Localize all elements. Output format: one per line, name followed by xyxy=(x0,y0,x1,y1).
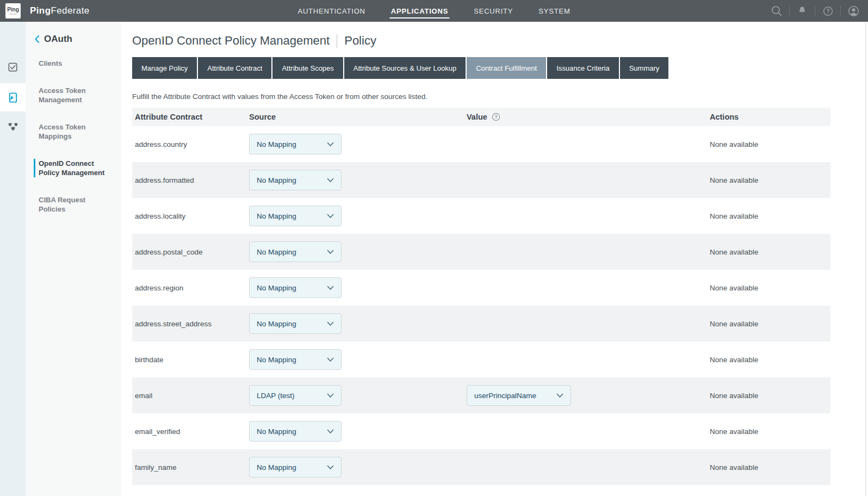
sidebar-back-oauth[interactable]: OAuth xyxy=(34,34,121,45)
tab-attribute-scopes[interactable]: Attribute Scopes xyxy=(272,57,343,79)
top-header-bar: Ping Identity PingFederate AUTHENTICATIO… xyxy=(0,0,868,22)
chevron-down-icon xyxy=(327,393,334,398)
top-icons: ? xyxy=(768,0,861,22)
source-cell: No Mapping xyxy=(249,349,467,370)
source-dropdown-label: No Mapping xyxy=(257,463,296,472)
actions-text: None available xyxy=(710,320,830,328)
source-dropdown-label: No Mapping xyxy=(257,356,296,364)
col-header-actions: Actions xyxy=(710,113,830,121)
sidebar-item-access-token-management[interactable]: Access Token Management xyxy=(34,86,118,104)
app-title-light: Federate xyxy=(51,5,89,16)
tab-attribute-contract[interactable]: Attribute Contract xyxy=(198,57,271,79)
source-dropdown[interactable]: No Mapping xyxy=(249,277,342,298)
table-row: address.regionNo MappingNone available xyxy=(132,270,830,306)
title-separator xyxy=(337,34,337,48)
value-help-icon[interactable]: ? xyxy=(492,113,500,121)
actions-text: None available xyxy=(710,392,830,400)
source-cell: No Mapping xyxy=(249,134,467,154)
rail-access-token-icon[interactable] xyxy=(0,83,26,111)
user-avatar-icon[interactable] xyxy=(845,0,861,22)
notifications-bell-icon[interactable] xyxy=(794,0,810,22)
table-row: family_nameNo MappingNone available xyxy=(132,449,830,485)
tab-summary[interactable]: Summary xyxy=(620,57,669,79)
tab-manage-policy[interactable]: Manage Policy xyxy=(132,57,197,79)
source-dropdown-label: No Mapping xyxy=(257,320,296,328)
source-cell: No Mapping xyxy=(249,313,467,334)
chevron-down-icon xyxy=(327,465,334,470)
top-nav: AUTHENTICATIONAPPLICATIONSSECURITYSYSTEM xyxy=(297,0,570,22)
col-header-source: Source xyxy=(249,113,467,121)
chevron-left-icon xyxy=(34,35,40,44)
chevron-down-icon xyxy=(327,250,334,255)
table-row: address.countryNo MappingNone available xyxy=(132,126,830,162)
nav-item-applications[interactable]: APPLICATIONS xyxy=(391,0,448,22)
search-icon[interactable] xyxy=(768,0,785,22)
vertical-scrollbar[interactable] xyxy=(865,22,868,496)
source-dropdown[interactable]: No Mapping xyxy=(249,170,342,190)
sidebar: OAuth ClientsAccess Token ManagementAcce… xyxy=(26,22,121,496)
nav-item-system[interactable]: SYSTEM xyxy=(538,0,570,22)
source-dropdown[interactable]: LDAP (test) xyxy=(249,385,342,406)
source-dropdown[interactable]: No Mapping xyxy=(249,134,342,154)
attribute-name: address.street_address xyxy=(132,320,249,328)
source-cell: No Mapping xyxy=(249,206,467,226)
ping-logo[interactable]: Ping Identity xyxy=(5,3,21,18)
source-cell: LDAP (test) xyxy=(249,385,467,406)
source-dropdown[interactable]: No Mapping xyxy=(249,206,342,226)
source-dropdown[interactable]: No Mapping xyxy=(249,241,342,262)
source-dropdown[interactable]: No Mapping xyxy=(249,421,342,442)
sidebar-item-clients[interactable]: Clients xyxy=(34,59,118,68)
attribute-name: birthdate xyxy=(132,356,249,364)
attribute-name: address.formatted xyxy=(132,176,249,184)
chevron-down-icon xyxy=(327,142,334,147)
table-row: address.street_addressNo MappingNone ava… xyxy=(132,306,830,342)
fulfillment-table: Attribute Contract Source Value ? Action… xyxy=(132,108,830,485)
source-cell: No Mapping xyxy=(249,241,467,262)
actions-text: None available xyxy=(710,463,830,472)
tab-attribute-sources-user-lookup[interactable]: Attribute Sources & User Lookup xyxy=(344,57,466,79)
source-cell: No Mapping xyxy=(249,170,467,190)
icon-separator xyxy=(815,6,815,16)
tab-issuance-criteria[interactable]: Issuance Criteria xyxy=(547,57,619,79)
source-cell: No Mapping xyxy=(249,457,467,478)
nav-item-security[interactable]: SECURITY xyxy=(474,0,513,22)
source-dropdown-label: No Mapping xyxy=(257,248,296,256)
icon-separator xyxy=(789,6,790,16)
app-title: PingFederate xyxy=(30,5,90,16)
source-dropdown[interactable]: No Mapping xyxy=(249,349,342,370)
attribute-name: email_verified xyxy=(132,427,249,436)
tab-bar: Manage PolicyAttribute ContractAttribute… xyxy=(132,57,868,79)
page-description: Fulfill the Attribute Contract with valu… xyxy=(132,92,868,101)
chevron-down-icon xyxy=(327,214,334,219)
sidebar-item-ciba-request-policies[interactable]: CIBA Request Policies xyxy=(34,195,118,214)
nav-item-authentication[interactable]: AUTHENTICATION xyxy=(297,0,365,22)
source-dropdown[interactable]: No Mapping xyxy=(249,313,342,334)
source-dropdown-label: No Mapping xyxy=(257,212,296,220)
source-dropdown-label: LDAP (test) xyxy=(257,392,295,400)
source-dropdown-label: No Mapping xyxy=(257,427,296,436)
table-row: birthdateNo MappingNone available xyxy=(132,342,830,377)
rail-mappings-paw-icon[interactable] xyxy=(0,112,26,140)
source-dropdown-label: No Mapping xyxy=(257,176,296,184)
actions-text: None available xyxy=(710,212,830,220)
table-row: address.postal_codeNo MappingNone availa… xyxy=(132,234,830,270)
source-dropdown[interactable]: No Mapping xyxy=(249,457,342,478)
sidebar-item-access-token-mappings[interactable]: Access Token Mappings xyxy=(34,122,118,141)
table-row: email_verifiedNo MappingNone available xyxy=(132,413,830,449)
table-body: address.countryNo MappingNone availablea… xyxy=(132,126,830,485)
actions-text: None available xyxy=(710,356,830,364)
tab-contract-fulfillment[interactable]: Contract Fulfillment xyxy=(467,57,546,79)
attribute-name: address.postal_code xyxy=(132,248,249,256)
sidebar-items: ClientsAccess Token ManagementAccess Tok… xyxy=(26,59,121,214)
attribute-name: address.country xyxy=(132,140,249,148)
help-icon[interactable]: ? xyxy=(820,0,836,22)
icon-rail xyxy=(0,22,26,496)
chevron-down-icon xyxy=(327,357,334,362)
rail-clients-icon[interactable] xyxy=(0,53,26,81)
value-dropdown[interactable]: userPrincipalName xyxy=(467,385,571,406)
attribute-name: family_name xyxy=(132,463,249,472)
sidebar-item-openid-connect-policy-management[interactable]: OpenID Connect Policy Management xyxy=(34,159,118,177)
actions-text: None available xyxy=(710,248,830,256)
table-row: emailLDAP (test)userPrincipalNameNone av… xyxy=(132,377,830,413)
main-content: OpenID Connect Policy Management Policy … xyxy=(121,22,868,496)
